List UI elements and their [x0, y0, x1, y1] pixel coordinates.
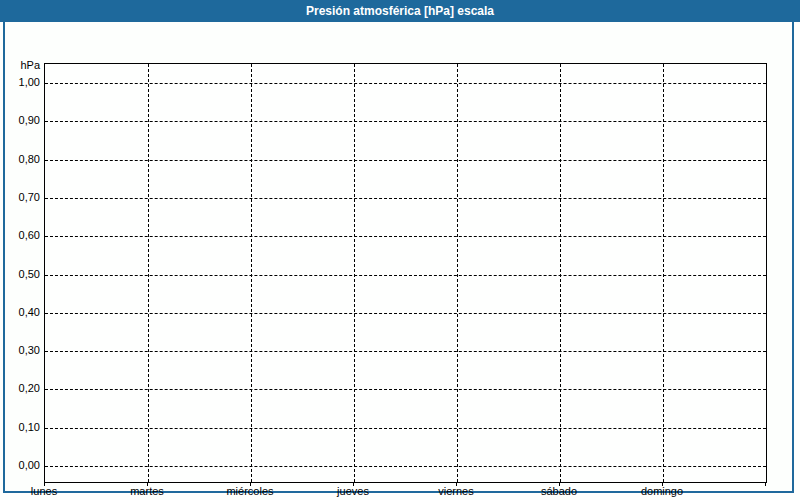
x-axis-label: domingo22/09/02 — [614, 484, 710, 500]
y-axis-tick-label: 0,70 — [5, 191, 40, 204]
y-axis-tick-label: 0,60 — [5, 229, 40, 242]
x-axis-label: sábado21/09/02 — [511, 484, 607, 500]
y-axis-tick-label: 0,20 — [5, 382, 40, 395]
gridline-horizontal — [45, 389, 766, 390]
x-axis-label: jueves19/09/02 — [305, 484, 401, 500]
chart-title-bar: Presión atmosférica [hPa] escala — [0, 0, 800, 22]
x-axis-label: viernes20/09/02 — [408, 484, 504, 500]
y-axis-tick-label: 0,10 — [5, 421, 40, 434]
gridline-vertical — [354, 64, 355, 482]
gridline-vertical — [251, 64, 252, 482]
y-axis-tick-label: 0,40 — [5, 306, 40, 319]
x-axis-day-label: miércoles — [202, 484, 298, 498]
gridline-vertical — [148, 64, 149, 482]
x-axis-label: lunes16/09/02 — [0, 484, 92, 500]
chart-frame: hPa 1,000,900,800,700,600,500,400,300,20… — [3, 22, 794, 493]
y-axis-tick-label: 0,50 — [5, 268, 40, 281]
y-axis-tick-label: 0,30 — [5, 344, 40, 357]
x-axis-tick-mark — [765, 482, 766, 486]
x-axis-day-label: sábado — [511, 484, 607, 498]
x-axis-label: miércoles18/09/02 — [202, 484, 298, 500]
x-axis-day-label: jueves — [305, 484, 401, 498]
gridline-horizontal — [45, 428, 766, 429]
gridline-horizontal — [45, 121, 766, 122]
x-axis-day-label: viernes — [408, 484, 504, 498]
y-axis-tick-label: 0,00 — [5, 459, 40, 472]
gridline-horizontal — [45, 313, 766, 314]
x-axis-label: martes17/09/02 — [99, 484, 195, 500]
gridline-horizontal — [45, 83, 766, 84]
x-axis-day-label: martes — [99, 484, 195, 498]
gridline-vertical — [560, 64, 561, 482]
gridline-horizontal — [45, 275, 766, 276]
gridline-horizontal — [45, 236, 766, 237]
gridline-horizontal — [45, 160, 766, 161]
x-axis-day-label: domingo — [614, 484, 710, 498]
gridline-vertical — [663, 64, 664, 482]
y-axis-tick-label: 0,80 — [5, 153, 40, 166]
gridline-vertical — [457, 64, 458, 482]
plot-area — [44, 63, 767, 483]
y-axis-tick-label: 0,90 — [5, 114, 40, 127]
x-axis-day-label: lunes — [0, 484, 92, 498]
gridline-horizontal — [45, 466, 766, 467]
gridline-horizontal — [45, 351, 766, 352]
gridline-horizontal — [45, 198, 766, 199]
y-axis-unit-label: hPa — [5, 59, 40, 72]
y-axis-tick-label: 1,00 — [5, 76, 40, 89]
chart-title: Presión atmosférica [hPa] escala — [306, 4, 494, 18]
